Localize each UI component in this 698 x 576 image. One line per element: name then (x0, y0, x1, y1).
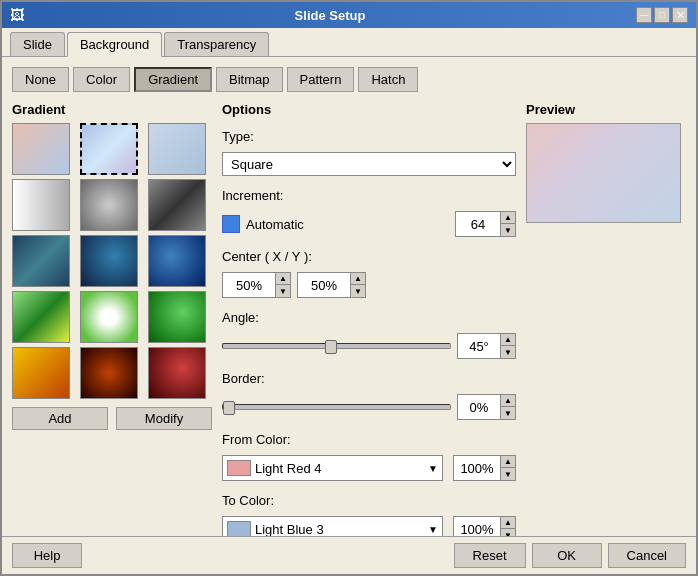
increment-spinbox[interactable]: ▲ ▼ (455, 211, 516, 237)
increment-down[interactable]: ▼ (501, 224, 515, 236)
angle-arrows: ▲ ▼ (500, 334, 515, 358)
bottom-right-buttons: Reset OK Cancel (454, 543, 686, 568)
type-row: Type: (222, 129, 516, 144)
center-x-input[interactable] (223, 273, 275, 297)
gradient-item-2[interactable] (80, 123, 138, 175)
gradient-item-11[interactable] (80, 291, 138, 343)
border-slider-thumb[interactable] (223, 401, 235, 415)
options-panel: Options Type: Square Linear Axial Radial… (222, 102, 516, 536)
tab-transparency[interactable]: Transparency (164, 32, 269, 56)
increment-up[interactable]: ▲ (501, 212, 515, 224)
tab-slide[interactable]: Slide (10, 32, 65, 56)
center-x-up[interactable]: ▲ (276, 273, 290, 285)
from-color-label: From Color: (222, 432, 291, 447)
center-y-input[interactable] (298, 273, 350, 297)
from-color-arrow: ▼ (428, 463, 438, 474)
center-label: Center ( X / Y ): (222, 249, 312, 264)
modify-gradient-button[interactable]: Modify (116, 407, 212, 430)
none-button[interactable]: None (12, 67, 69, 92)
to-color-row: Light Blue 3 ▼ ▲ ▼ (222, 516, 516, 536)
color-button[interactable]: Color (73, 67, 130, 92)
center-y-up[interactable]: ▲ (351, 273, 365, 285)
automatic-label: Automatic (246, 217, 304, 232)
window: 🖼 Slide Setup — □ ✕ Slide Background Tra… (0, 0, 698, 576)
border-input[interactable] (458, 395, 500, 419)
angle-slider-thumb[interactable] (325, 340, 337, 354)
preview-title: Preview (526, 102, 686, 117)
minimize-button[interactable]: — (636, 7, 652, 23)
border-spinbox[interactable]: ▲ ▼ (457, 394, 516, 420)
gradient-item-14[interactable] (80, 347, 138, 399)
auto-row: Automatic ▲ ▼ (222, 211, 516, 237)
from-color-dropdown[interactable]: Light Red 4 ▼ (222, 455, 443, 481)
angle-spinbox[interactable]: ▲ ▼ (457, 333, 516, 359)
to-opacity-up[interactable]: ▲ (501, 517, 515, 529)
border-arrows: ▲ ▼ (500, 395, 515, 419)
gradient-button[interactable]: Gradient (134, 67, 212, 92)
gradient-item-9[interactable] (148, 235, 206, 287)
to-color-name: Light Blue 3 (255, 522, 424, 537)
gradient-item-10[interactable] (12, 291, 70, 343)
gradient-item-3[interactable] (148, 123, 206, 175)
border-down[interactable]: ▼ (501, 407, 515, 419)
from-color-opacity-spinbox[interactable]: ▲ ▼ (453, 455, 516, 481)
angle-input[interactable] (458, 334, 500, 358)
center-x-down[interactable]: ▼ (276, 285, 290, 297)
from-color-opacity-input[interactable] (454, 456, 500, 480)
automatic-checkbox[interactable] (222, 215, 240, 233)
to-color-swatch (227, 521, 251, 536)
angle-slider-row: ▲ ▼ (222, 333, 516, 359)
to-color-opacity-spinbox[interactable]: ▲ ▼ (453, 516, 516, 536)
hatch-button[interactable]: Hatch (358, 67, 418, 92)
center-x-arrows: ▲ ▼ (275, 273, 290, 297)
center-x-spinbox[interactable]: ▲ ▼ (222, 272, 291, 298)
center-y-spinbox[interactable]: ▲ ▼ (297, 272, 366, 298)
border-slider-track (222, 404, 451, 410)
border-label-row: Border: (222, 371, 516, 386)
gradient-item-12[interactable] (148, 291, 206, 343)
to-color-dropdown[interactable]: Light Blue 3 ▼ (222, 516, 443, 536)
angle-slider-track (222, 343, 451, 349)
gradient-item-15[interactable] (148, 347, 206, 399)
gradient-item-6[interactable] (148, 179, 206, 231)
center-y-down[interactable]: ▼ (351, 285, 365, 297)
gradient-item-8[interactable] (80, 235, 138, 287)
bitmap-button[interactable]: Bitmap (216, 67, 282, 92)
tab-background[interactable]: Background (67, 32, 162, 57)
angle-down[interactable]: ▼ (501, 346, 515, 358)
add-gradient-button[interactable]: Add (12, 407, 108, 430)
from-color-label-row: From Color: (222, 432, 516, 447)
gradient-item-5[interactable] (80, 179, 138, 231)
maximize-button[interactable]: □ (654, 7, 670, 23)
gradient-item-7[interactable] (12, 235, 70, 287)
cancel-button[interactable]: Cancel (608, 543, 686, 568)
type-select[interactable]: Square Linear Axial Radial Ellipsoid Rec… (222, 152, 516, 176)
gradient-panel: Gradient (12, 102, 212, 536)
angle-up[interactable]: ▲ (501, 334, 515, 346)
from-color-swatch (227, 460, 251, 476)
close-button[interactable]: ✕ (672, 7, 688, 23)
to-opacity-down[interactable]: ▼ (501, 529, 515, 536)
angle-label-row: Angle: (222, 310, 516, 325)
border-up[interactable]: ▲ (501, 395, 515, 407)
type-select-row: Square Linear Axial Radial Ellipsoid Rec… (222, 152, 516, 176)
to-color-opacity-arrows: ▲ ▼ (500, 517, 515, 536)
from-color-name: Light Red 4 (255, 461, 424, 476)
gradient-item-13[interactable] (12, 347, 70, 399)
increment-input[interactable] (456, 212, 500, 236)
tabs-bar: Slide Background Transparency (2, 28, 696, 57)
content-area: None Color Gradient Bitmap Pattern Hatch… (2, 57, 696, 536)
from-opacity-down[interactable]: ▼ (501, 468, 515, 480)
center-value-row: ▲ ▼ ▲ ▼ (222, 272, 516, 298)
increment-arrows: ▲ ▼ (500, 212, 515, 236)
ok-button[interactable]: OK (532, 543, 602, 568)
gradient-item-4[interactable] (12, 179, 70, 231)
center-y-arrows: ▲ ▼ (350, 273, 365, 297)
gradient-item-1[interactable] (12, 123, 70, 175)
reset-button[interactable]: Reset (454, 543, 526, 568)
help-button[interactable]: Help (12, 543, 82, 568)
pattern-button[interactable]: Pattern (287, 67, 355, 92)
to-color-opacity-input[interactable] (454, 517, 500, 536)
from-opacity-up[interactable]: ▲ (501, 456, 515, 468)
title-controls: — □ ✕ (636, 7, 688, 23)
